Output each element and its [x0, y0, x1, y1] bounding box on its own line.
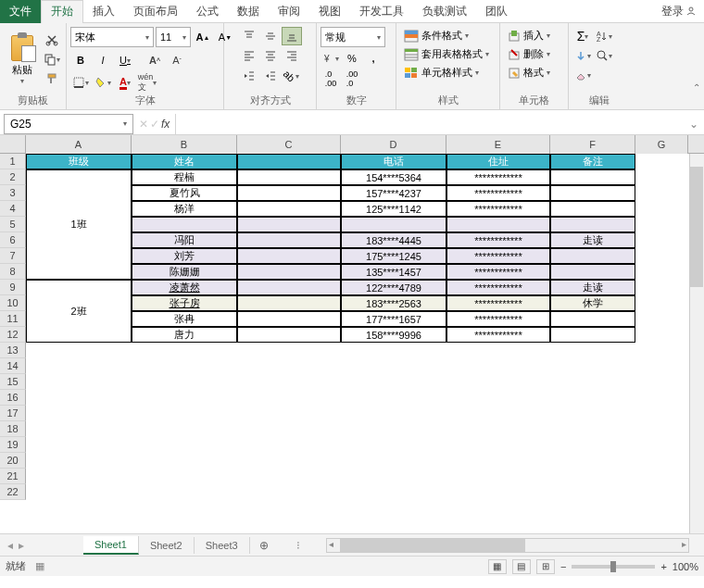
row-header[interactable]: 13 — [0, 343, 26, 358]
sort-filter-button[interactable]: AZ▾ — [594, 27, 614, 45]
cell[interactable]: 班级 — [26, 154, 132, 169]
cell[interactable] — [237, 232, 341, 248]
cell[interactable] — [550, 248, 635, 264]
row-header[interactable]: 6 — [0, 232, 26, 248]
find-button[interactable]: ▾ — [594, 46, 614, 65]
cell[interactable]: 电话 — [341, 154, 446, 169]
vertical-scrollbar[interactable] — [689, 154, 704, 533]
cell[interactable]: 住址 — [446, 154, 550, 169]
cell[interactable]: ************ — [446, 169, 550, 185]
increase-font-button[interactable]: A▲ — [193, 28, 213, 46]
conditional-format-button[interactable]: 条件格式▾ — [400, 27, 472, 44]
new-sheet-button[interactable]: ⊕ — [250, 539, 278, 552]
cell[interactable]: 122****4789 — [341, 280, 446, 295]
formula-input[interactable] — [175, 114, 684, 134]
format-cells-button[interactable]: 格式▾ — [504, 64, 554, 81]
cell[interactable]: 走读 — [550, 280, 635, 295]
cell[interactable] — [550, 217, 635, 232]
tab-data[interactable]: 数据 — [228, 0, 269, 23]
cell[interactable] — [132, 217, 237, 232]
row-header[interactable]: 4 — [0, 201, 26, 217]
column-header[interactable]: G — [635, 135, 688, 154]
font-color-button[interactable]: A▾ — [115, 73, 135, 92]
column-header[interactable]: B — [132, 135, 237, 154]
column-header[interactable]: C — [237, 135, 341, 154]
italic-button[interactable]: I — [93, 51, 113, 69]
align-right-button[interactable] — [282, 46, 302, 65]
cell[interactable]: ************ — [446, 264, 550, 280]
cell[interactable]: 157****4237 — [341, 185, 446, 201]
sheet-tab-3[interactable]: Sheet3 — [195, 537, 250, 554]
cell[interactable]: ************ — [446, 232, 550, 248]
cell[interactable] — [237, 311, 341, 327]
cell[interactable]: 备注 — [550, 154, 635, 169]
sheet-nav[interactable]: ◂▸ — [0, 539, 83, 552]
cell[interactable]: ************ — [446, 311, 550, 327]
cell[interactable]: 183****2563 — [341, 295, 446, 311]
tab-file[interactable]: 文件 — [0, 0, 41, 23]
cell-style-button[interactable]: 单元格样式▾ — [400, 64, 483, 81]
tab-dev[interactable]: 开发工具 — [350, 0, 413, 23]
zoom-slider[interactable] — [572, 565, 655, 569]
font-name-select[interactable]: 宋体▾ — [70, 27, 154, 47]
column-header[interactable]: D — [341, 135, 446, 154]
cell[interactable]: 陈姗姗 — [132, 264, 237, 280]
delete-cells-button[interactable]: 删除▾ — [504, 45, 554, 63]
cell[interactable]: 刘芳 — [132, 248, 237, 264]
font-size-select[interactable]: 11▾ — [156, 27, 191, 47]
cell[interactable] — [550, 311, 635, 327]
cell[interactable] — [237, 248, 341, 264]
cell[interactable] — [237, 217, 341, 232]
cell[interactable]: 凌萧然 — [132, 280, 237, 295]
cell[interactable]: 175****1245 — [341, 248, 446, 264]
column-header[interactable]: A — [26, 135, 132, 154]
row-header[interactable]: 21 — [0, 469, 26, 484]
cell[interactable]: 135****1457 — [341, 264, 446, 280]
cell[interactable]: ************ — [446, 185, 550, 201]
row-header[interactable]: 22 — [0, 484, 26, 500]
fill-color-button[interactable]: ▾ — [93, 73, 113, 92]
cell[interactable] — [237, 185, 341, 201]
clear-button[interactable]: ▾ — [572, 66, 593, 84]
row-header[interactable]: 7 — [0, 248, 26, 264]
cell[interactable]: ************ — [446, 248, 550, 264]
horizontal-scrollbar[interactable]: ◂ ▸ — [326, 538, 689, 553]
tab-formula[interactable]: 公式 — [187, 0, 228, 23]
expand-formula-bar-button[interactable]: ⌄ — [684, 118, 704, 131]
align-center-button[interactable] — [260, 46, 281, 65]
cell[interactable]: 158****9996 — [341, 327, 446, 343]
cell[interactable]: 走读 — [550, 232, 635, 248]
align-bottom-button[interactable] — [282, 27, 302, 45]
page-layout-view-button[interactable]: ▤ — [512, 559, 531, 574]
cell[interactable]: 唐力 — [132, 327, 237, 343]
phonetic-button[interactable]: wén文▾ — [137, 73, 157, 92]
cell[interactable] — [550, 264, 635, 280]
cell[interactable] — [550, 327, 635, 343]
cut-button[interactable] — [42, 31, 62, 49]
zoom-in-button[interactable]: + — [660, 561, 666, 572]
row-header[interactable]: 1 — [0, 154, 26, 169]
currency-button[interactable]: ¥▾ — [321, 49, 341, 68]
underline-button[interactable]: U▾ — [115, 51, 135, 69]
cell[interactable]: 冯阳 — [132, 232, 237, 248]
cell[interactable]: 154****5364 — [341, 169, 446, 185]
fx-button[interactable]: fx — [161, 118, 170, 131]
row-header[interactable]: 3 — [0, 185, 26, 201]
tab-view[interactable]: 视图 — [309, 0, 350, 23]
row-header[interactable]: 8 — [0, 264, 26, 280]
row-header[interactable]: 11 — [0, 311, 26, 327]
cell[interactable] — [237, 295, 341, 311]
normal-view-button[interactable]: ▦ — [488, 559, 507, 574]
cell[interactable] — [237, 201, 341, 217]
page-break-view-button[interactable]: ⊞ — [536, 559, 555, 574]
number-format-select[interactable]: 常规▾ — [321, 27, 385, 47]
cell[interactable]: 夏竹风 — [132, 185, 237, 201]
row-header[interactable]: 12 — [0, 327, 26, 343]
decrease-indent-button[interactable] — [239, 67, 259, 85]
row-header[interactable]: 10 — [0, 295, 26, 311]
cell[interactable] — [237, 327, 341, 343]
increase-font-button-2[interactable]: A^ — [145, 51, 165, 69]
cell[interactable]: ************ — [446, 280, 550, 295]
cell[interactable] — [446, 217, 550, 232]
cell[interactable]: 程楠 — [132, 169, 237, 185]
